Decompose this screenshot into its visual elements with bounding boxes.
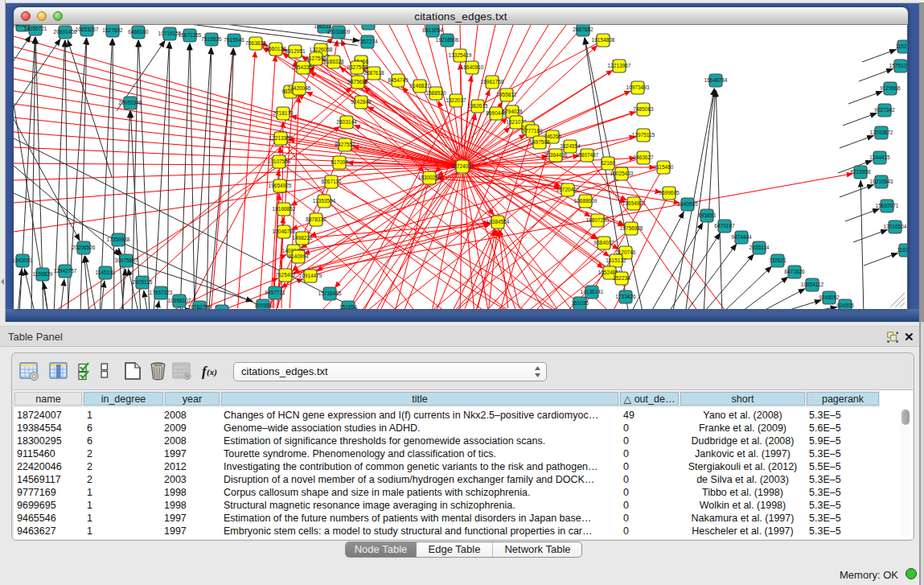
svg-text:151654: 151654 <box>339 304 357 309</box>
svg-text:6497508: 6497508 <box>529 139 550 145</box>
svg-text:109581: 109581 <box>254 303 272 308</box>
svg-text:18724007: 18724007 <box>451 163 474 169</box>
svg-text:7485063: 7485063 <box>633 106 654 112</box>
svg-text:12213967: 12213967 <box>608 63 631 68</box>
svg-text:8454749: 8454749 <box>388 77 409 83</box>
svg-text:13226058: 13226058 <box>310 47 333 52</box>
svg-text:9457771: 9457771 <box>265 290 285 295</box>
svg-text:15720407: 15720407 <box>556 187 580 192</box>
svg-text:10654112: 10654112 <box>801 282 824 287</box>
svg-text:8215958: 8215958 <box>850 169 871 175</box>
svg-text:3875685: 3875685 <box>347 79 368 84</box>
svg-text:20691406: 20691406 <box>54 29 77 35</box>
svg-text:2803144: 2803144 <box>336 119 357 125</box>
svg-text:9242848: 9242848 <box>351 99 372 105</box>
svg-text:8912951: 8912951 <box>285 48 306 54</box>
svg-text:9227342: 9227342 <box>874 107 895 113</box>
svg-text:10543362: 10543362 <box>292 64 315 70</box>
svg-text:1362615: 1362615 <box>467 103 488 109</box>
svg-text:1498222: 1498222 <box>292 235 313 241</box>
svg-text:10046788: 10046788 <box>273 229 296 234</box>
svg-text:12213383: 12213383 <box>269 135 293 141</box>
svg-text:9327508: 9327508 <box>347 64 368 70</box>
svg-text:13654923: 13654923 <box>622 200 646 206</box>
svg-text:9115460: 9115460 <box>654 164 674 170</box>
svg-text:13325419: 13325419 <box>449 52 472 58</box>
svg-text:1943001: 1943001 <box>14 257 33 263</box>
svg-text:14136141: 14136141 <box>581 289 604 295</box>
svg-text:16640910: 16640910 <box>461 64 484 70</box>
svg-text:19384554: 19384554 <box>487 219 510 225</box>
svg-text:2935114: 2935114 <box>749 245 770 250</box>
svg-text:116753: 116753 <box>897 247 907 253</box>
svg-text:732621: 732621 <box>769 257 786 263</box>
svg-text:7625402: 7625402 <box>275 272 296 278</box>
svg-text:18807293: 18807293 <box>586 217 610 223</box>
svg-text:10973493: 10973493 <box>626 84 650 90</box>
svg-text:7357274: 7357274 <box>357 39 378 44</box>
svg-text:18300295: 18300295 <box>418 175 441 180</box>
svg-text:9245052: 9245052 <box>819 295 840 300</box>
svg-text:161035: 161035 <box>571 300 589 306</box>
svg-text:16210643: 16210643 <box>870 179 893 184</box>
svg-text:29053346: 29053346 <box>119 100 142 105</box>
svg-text:19166852: 19166852 <box>273 206 296 212</box>
svg-text:1588520: 1588520 <box>425 90 446 96</box>
svg-text:2687682: 2687682 <box>573 27 593 32</box>
svg-text:9463627: 9463627 <box>633 154 654 160</box>
svg-text:3824554: 3824554 <box>560 143 581 149</box>
svg-text:115211: 115211 <box>896 43 907 49</box>
svg-text:20364436: 20364436 <box>544 152 568 158</box>
svg-text:12975115: 12975115 <box>632 132 655 138</box>
svg-text:8813054: 8813054 <box>422 27 443 33</box>
svg-text:9146821: 9146821 <box>409 83 430 89</box>
svg-text:12942757: 12942757 <box>54 268 77 274</box>
svg-text:(x): (x) <box>207 367 217 377</box>
svg-text:6794028: 6794028 <box>502 109 523 114</box>
svg-text:9140994: 9140994 <box>288 253 309 259</box>
svg-text:8471626: 8471626 <box>784 269 805 274</box>
svg-text:10653267: 10653267 <box>76 27 99 32</box>
svg-text:19654925: 19654925 <box>269 183 292 188</box>
svg-text:8660128: 8660128 <box>265 46 286 51</box>
svg-text:20206526: 20206526 <box>72 245 96 250</box>
svg-text:1640955: 1640955 <box>677 201 698 207</box>
svg-text:17359938: 17359938 <box>107 237 130 242</box>
svg-text:7955812: 7955812 <box>496 92 517 97</box>
svg-text:62160: 62160 <box>601 160 615 166</box>
svg-text:817004: 817004 <box>331 159 348 165</box>
svg-text:14055721: 14055721 <box>24 26 47 31</box>
svg-text:11353594: 11353594 <box>313 198 336 204</box>
svg-text:10958107: 10958107 <box>168 298 191 303</box>
svg-text:24420046: 24420046 <box>288 85 311 91</box>
svg-text:16648784: 16648784 <box>704 77 728 83</box>
svg-text:17957223: 17957223 <box>150 290 173 295</box>
svg-text:10688609: 10688609 <box>574 198 598 204</box>
svg-text:12923448: 12923448 <box>211 308 234 309</box>
svg-text:924505: 924505 <box>836 303 854 308</box>
svg-text:16154808: 16154808 <box>592 37 615 43</box>
svg-text:16782759: 16782759 <box>188 304 211 309</box>
svg-text:2905115: 2905115 <box>133 279 153 285</box>
svg-text:8878332: 8878332 <box>306 216 326 222</box>
svg-text:10807487: 10807487 <box>576 152 599 158</box>
svg-text:1527602: 1527602 <box>102 27 123 33</box>
svg-text:8427552: 8427552 <box>335 142 355 147</box>
svg-text:9474444: 9474444 <box>731 234 752 240</box>
svg-text:10025433: 10025433 <box>610 171 634 176</box>
svg-text:15716485: 15716485 <box>318 290 342 296</box>
svg-text:7515526: 7515526 <box>201 36 222 42</box>
svg-text:15692971: 15692971 <box>876 203 899 208</box>
svg-text:252234: 252234 <box>613 275 630 281</box>
svg-text:8186328: 8186328 <box>323 59 344 64</box>
svg-text:1156829: 1156829 <box>33 271 53 277</box>
svg-text:8267110: 8267110 <box>322 179 342 184</box>
svg-text:12093872: 12093872 <box>870 130 893 135</box>
svg-text:16033809: 16033809 <box>327 29 351 35</box>
svg-text:1615132: 1615132 <box>606 257 626 263</box>
svg-text:1145191: 1145191 <box>96 270 116 275</box>
svg-text:10107554: 10107554 <box>268 159 291 164</box>
svg-text:893893: 893893 <box>698 212 716 218</box>
svg-text:16961758: 16961758 <box>481 79 504 84</box>
svg-text:9129966: 9129966 <box>880 85 901 91</box>
